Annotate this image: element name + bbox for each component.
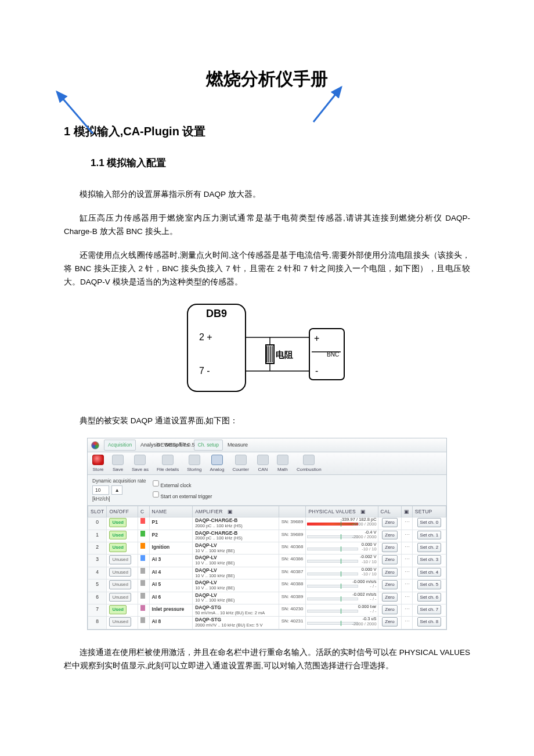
- table-row: 8UnusedAI 8DAQP-STG2000 mV/V .. 10 kHz (…: [88, 617, 446, 629]
- row-expand[interactable]: ⋯: [402, 567, 412, 579]
- row-expand[interactable]: ⋯: [402, 579, 412, 592]
- slot-cell: 8: [88, 617, 107, 629]
- setch-button[interactable]: Set ch. 8: [417, 617, 442, 627]
- app-title: DEWESoft 7.0.5: [157, 441, 195, 449]
- combustion-button[interactable]: Combustion: [297, 455, 322, 474]
- zero-button[interactable]: Zero: [382, 568, 397, 577]
- tab-chsetup[interactable]: Ch. setup: [194, 440, 223, 450]
- amp-cell: DAQP-CHARGE-B2000 pC .. 100 kHz (HS): [193, 530, 279, 542]
- slot-cell: 0: [88, 517, 107, 530]
- onoff-toggle[interactable]: Unused: [109, 617, 131, 627]
- zero-button[interactable]: Zero: [382, 617, 397, 627]
- col-slot[interactable]: SLOT: [88, 506, 107, 517]
- sn-cell: SN: 40389: [279, 592, 306, 604]
- channel-table: SLOT ON/OFF C NAME AMPLIFIER ▣ PHYSICAL …: [88, 506, 446, 629]
- amp-cell: DAQP-STG50 mV/mA .. 10 kHz (BU) Exc: 2 m…: [193, 604, 279, 616]
- zero-button[interactable]: Zero: [382, 605, 397, 614]
- save-button[interactable]: Save: [112, 455, 124, 474]
- col-onoff[interactable]: ON/OFF: [107, 506, 138, 517]
- tab-measure[interactable]: Measure: [228, 441, 248, 449]
- zero-button[interactable]: Zero: [382, 543, 397, 552]
- color-cell[interactable]: [138, 517, 150, 530]
- setch-button[interactable]: Set ch. 7: [417, 605, 442, 614]
- name-cell[interactable]: Ignition: [149, 542, 193, 555]
- color-cell[interactable]: [138, 542, 150, 555]
- setch-button[interactable]: Set ch. 5: [417, 580, 442, 589]
- color-cell[interactable]: [138, 530, 150, 542]
- can-button[interactable]: CAN: [257, 455, 269, 474]
- zero-button[interactable]: Zero: [382, 518, 397, 527]
- onoff-toggle[interactable]: Used: [109, 531, 127, 540]
- name-cell[interactable]: AI 5: [149, 579, 193, 592]
- row-expand[interactable]: ⋯: [402, 517, 412, 530]
- color-cell[interactable]: [138, 604, 150, 616]
- paragraph-ignition: 还需使用点火线圈传感器时,测量点火时间,这个传感器是基于电流信号,需要外部使用分…: [64, 249, 470, 289]
- name-cell[interactable]: AI 3: [149, 555, 193, 567]
- amp-cell: DAQP-LV10 V .. 100 kHz (BE): [193, 542, 279, 555]
- storing-button[interactable]: Storing: [187, 455, 201, 474]
- color-cell[interactable]: [138, 555, 150, 567]
- name-cell[interactable]: AI 8: [149, 617, 193, 629]
- zero-button[interactable]: Zero: [382, 555, 397, 564]
- saveas-button[interactable]: Save as: [132, 455, 149, 474]
- setch-button[interactable]: Set ch. 6: [417, 593, 442, 602]
- onoff-toggle[interactable]: Used: [109, 605, 127, 614]
- color-cell[interactable]: [138, 567, 150, 579]
- name-cell[interactable]: AI 4: [149, 567, 193, 579]
- col-amplifier[interactable]: AMPLIFIER ▣: [193, 506, 279, 517]
- color-cell[interactable]: [138, 617, 150, 629]
- color-cell[interactable]: [138, 579, 150, 592]
- analog-button[interactable]: Analog: [210, 455, 225, 474]
- db9-label: DB9: [206, 308, 227, 319]
- dyn-rate-up[interactable]: ▲: [111, 485, 122, 495]
- onoff-toggle[interactable]: Unused: [109, 568, 131, 577]
- physical-cell: -0.002 V-10 / 10: [306, 555, 378, 567]
- dyn-rate-select[interactable]: 10: [92, 485, 109, 495]
- ext-trigger-checkbox[interactable]: Start on external trigger: [152, 491, 212, 501]
- physical-cell: -339.97 / 182.8 pC-2000 / 2000: [306, 517, 378, 530]
- col-c[interactable]: C: [138, 506, 150, 517]
- section-1-1-heading: 1.1 模拟输入配置: [91, 155, 470, 172]
- name-cell[interactable]: AI 6: [149, 592, 193, 604]
- paragraph-pressure: 缸压高压力传感器用于燃烧室内压力测试通常是基于电荷类型传感器,请讲其连接到燃烧分…: [64, 212, 470, 239]
- name-cell[interactable]: P2: [149, 530, 193, 542]
- onoff-toggle[interactable]: Unused: [109, 593, 131, 602]
- filedetails-button[interactable]: File details: [157, 455, 179, 474]
- store-button[interactable]: Store: [92, 455, 104, 474]
- setch-button[interactable]: Set ch. 4: [417, 568, 442, 577]
- setch-button[interactable]: Set ch. 0: [417, 518, 442, 527]
- setch-button[interactable]: Set ch. 1: [417, 531, 442, 540]
- name-cell[interactable]: P1: [149, 517, 193, 530]
- zero-button[interactable]: Zero: [382, 580, 397, 589]
- db9-diagram: DB9 2 + 7 - 电阻 + - BNC: [64, 300, 470, 398]
- onoff-toggle[interactable]: Unused: [109, 555, 131, 564]
- zero-button[interactable]: Zero: [382, 531, 397, 540]
- row-expand[interactable]: ⋯: [402, 604, 412, 616]
- col-setup[interactable]: SETUP: [412, 506, 446, 517]
- onoff-toggle[interactable]: Used: [109, 543, 127, 552]
- row-expand[interactable]: ⋯: [402, 542, 412, 555]
- sn-cell: SN: 39689: [279, 530, 306, 542]
- name-cell[interactable]: Inlet pressure: [149, 604, 193, 616]
- table-row: 4UnusedAI 4DAQP-LV10 V .. 100 kHz (BE)SN…: [88, 567, 446, 579]
- physical-cell: 0.000 bar- / -: [306, 604, 378, 616]
- col-cal[interactable]: CAL: [378, 506, 402, 517]
- color-cell[interactable]: [138, 592, 150, 604]
- counter-button[interactable]: Counter: [232, 455, 248, 474]
- row-expand[interactable]: ⋯: [402, 617, 412, 629]
- col-physical[interactable]: PHYSICAL VALUES ▣: [306, 506, 378, 517]
- ext-clock-checkbox[interactable]: External clock: [152, 480, 212, 489]
- tab-acquisition[interactable]: Acquisition: [104, 440, 136, 450]
- math-button[interactable]: Math: [277, 455, 288, 474]
- row-expand[interactable]: ⋯: [402, 592, 412, 604]
- row-expand[interactable]: ⋯: [402, 555, 412, 567]
- setch-button[interactable]: Set ch. 2: [417, 543, 442, 552]
- zero-button[interactable]: Zero: [382, 593, 397, 602]
- doc-title: 燃烧分析仪手册: [64, 64, 470, 93]
- onoff-toggle[interactable]: Unused: [109, 580, 131, 589]
- setch-button[interactable]: Set ch. 3: [417, 555, 442, 564]
- paragraph-typical: 典型的被安装 DAQP 通道设置界面,如下图：: [64, 415, 470, 428]
- row-expand[interactable]: ⋯: [402, 530, 412, 542]
- col-name[interactable]: NAME: [149, 506, 193, 517]
- onoff-toggle[interactable]: Used: [109, 518, 127, 527]
